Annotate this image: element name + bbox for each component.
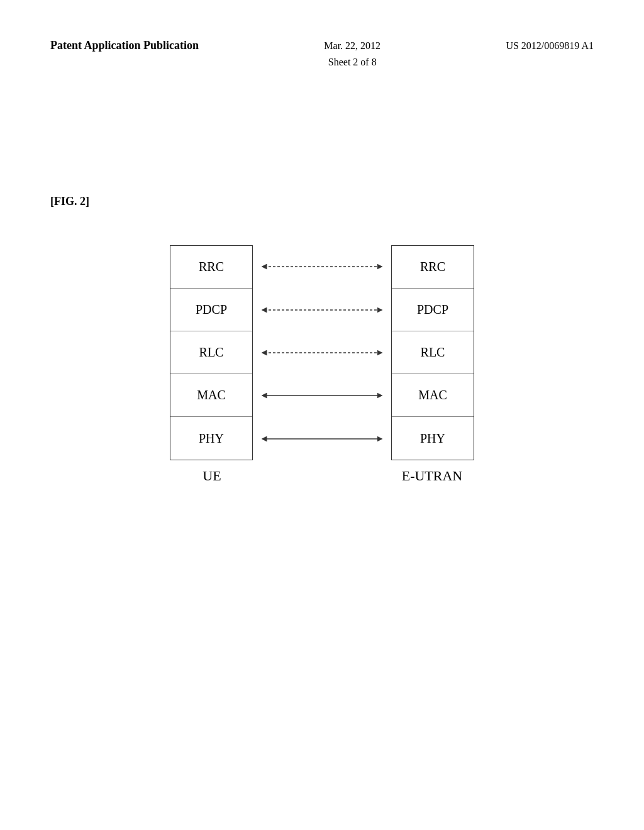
- ue-mac: MAC: [170, 374, 252, 417]
- pdcp-arrow: [259, 304, 385, 316]
- header-sheet: Sheet 2 of 8: [328, 57, 377, 67]
- figure-label: [FIG. 2]: [50, 195, 89, 208]
- eutran-mac: MAC: [392, 374, 474, 417]
- phy-arrow-row: [259, 418, 385, 460]
- ue-label: UE: [171, 468, 253, 484]
- phy-arrow: [259, 433, 385, 445]
- header: Patent Application Publication Mar. 22, …: [50, 38, 594, 70]
- rrc-arrow: [259, 260, 385, 273]
- ue-phy: PHY: [170, 417, 252, 460]
- eutran-rlc: RLC: [392, 331, 474, 374]
- diagram-container: RRC PDCP RLC MAC PHY: [170, 245, 474, 484]
- eutran-pdcp: PDCP: [392, 289, 474, 331]
- mac-arrow: [259, 389, 385, 402]
- header-center-info: Mar. 22, 2012 Sheet 2 of 8: [324, 38, 380, 70]
- ue-pdcp: PDCP: [170, 289, 252, 331]
- mac-arrow-row: [259, 374, 385, 417]
- rlc-arrow-row: [259, 331, 385, 374]
- diagram-boxes: RRC PDCP RLC MAC PHY: [170, 245, 474, 460]
- entity-labels: UE E-UTRAN: [171, 468, 473, 484]
- ue-stack: RRC PDCP RLC MAC PHY: [170, 245, 253, 460]
- header-date: Mar. 22, 2012: [324, 40, 380, 51]
- pdcp-arrow-row: [259, 289, 385, 331]
- ue-rlc: RLC: [170, 331, 252, 374]
- ue-rrc: RRC: [170, 246, 252, 289]
- header-left-label: Patent Application Publication: [50, 38, 199, 53]
- eutran-rrc: RRC: [392, 246, 474, 289]
- page: Patent Application Publication Mar. 22, …: [0, 0, 644, 830]
- eutran-stack: RRC PDCP RLC MAC PHY: [391, 245, 474, 460]
- arrows-section: [253, 245, 391, 460]
- header-right-patent: US 2012/0069819 A1: [506, 38, 594, 54]
- rlc-arrow: [259, 346, 385, 359]
- rrc-arrow-row: [259, 245, 385, 288]
- eutran-label: E-UTRAN: [391, 468, 473, 484]
- eutran-phy: PHY: [392, 417, 474, 460]
